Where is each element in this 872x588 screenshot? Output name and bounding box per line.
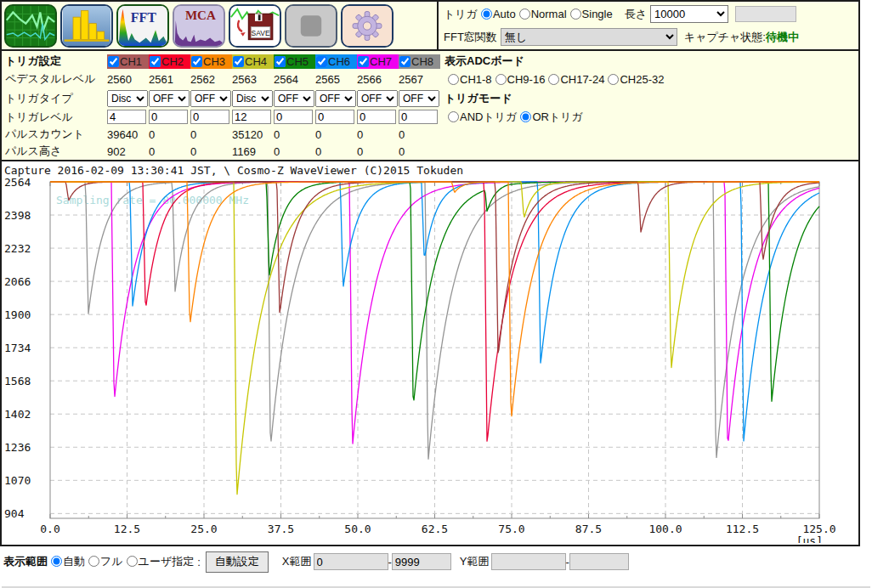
waveform-chart[interactable]: Capture 2016-02-09 13:30:41 JST, \ Cosmo… [0, 161, 860, 546]
trigger-mode-label-Single: Single [582, 8, 613, 20]
trigger-level-input-CH4[interactable] [232, 110, 271, 124]
pulse-height-value-CH5: 0 [274, 145, 315, 158]
y-range-max-input[interactable] [569, 553, 629, 570]
save-button[interactable]: SAVE [229, 4, 281, 48]
adc-board-radio-CH9-16[interactable] [495, 74, 507, 85]
channel-checkbox-CH7[interactable] [358, 56, 369, 67]
mca-icon: MCA [174, 6, 224, 46]
channel-checkbox-CH3[interactable] [191, 56, 202, 67]
adc-board-label-CH1-8: CH1-8 [460, 73, 492, 86]
channel-cell-CH1: CH1 [107, 54, 149, 69]
adc-board-label-CH25-32: CH25-32 [620, 73, 664, 86]
channel-cell-CH5: CH5 [274, 54, 315, 69]
display-range-radio-ユーザ指定[interactable] [127, 556, 138, 567]
and-or-trigger-radio-ANDトリガ[interactable] [448, 111, 459, 122]
x-range-min-input[interactable] [314, 553, 388, 570]
y-range-min-input[interactable] [491, 553, 566, 570]
svg-text:100.0: 100.0 [648, 523, 682, 535]
trigger-setting-label: トリガ設定 [5, 54, 107, 69]
histogram-icon [62, 6, 111, 46]
trigger-level-input-CH3[interactable] [190, 110, 229, 124]
channel-cell-CH6: CH6 [315, 54, 357, 69]
trigger-type-select-CH3[interactable]: OFF [190, 90, 231, 107]
pulse-height-value-CH1: 902 [107, 145, 149, 158]
auto-set-button[interactable]: 自動設定 [206, 551, 269, 573]
trigger-mode-radio-Auto[interactable] [481, 8, 492, 20]
pulse-height-label: パルス高さ [5, 144, 107, 159]
svg-text:[us]: [us] [796, 534, 823, 543]
settings-button[interactable] [341, 4, 394, 48]
pulse-height-value-CH6: 0 [315, 145, 357, 158]
trigger-type-select-CH8[interactable]: OFF [399, 90, 439, 107]
fft-view-button[interactable]: FFT [116, 4, 169, 48]
svg-text:2398: 2398 [4, 209, 31, 222]
pedestal-value-CH6: 2565 [315, 73, 357, 86]
channel-label-CH7: CH7 [370, 55, 392, 68]
adc-board-radio-CH25-32[interactable] [608, 74, 619, 85]
svg-text:2066: 2066 [4, 275, 31, 288]
svg-text:50.0: 50.0 [344, 523, 371, 535]
trigger-level-input-CH7[interactable] [357, 110, 396, 124]
oscilloscope-icon [6, 6, 55, 46]
and-or-trigger-label-ORトリガ: ORトリガ [532, 110, 582, 125]
toolbar: FFT MCA [2, 2, 858, 51]
channel-checkbox-CH6[interactable] [316, 56, 327, 67]
adc-board-radio-CH1-8[interactable] [448, 74, 459, 85]
adc-board-label-CH17-24: CH17-24 [560, 73, 604, 86]
y-range-label: Y範囲 [460, 554, 490, 569]
trigger-type-select-CH4[interactable]: Disc [232, 90, 273, 107]
svg-text:87.5: 87.5 [575, 523, 602, 535]
trigger-mode-radio-Single[interactable] [570, 8, 581, 20]
svg-text:1900: 1900 [4, 308, 31, 321]
pedestal-value-CH3: 2562 [190, 73, 232, 86]
channel-label-CH6: CH6 [328, 55, 350, 68]
and-or-trigger-radio-ORトリガ[interactable] [520, 111, 531, 122]
channel-checkbox-CH4[interactable] [233, 56, 244, 67]
channel-checkbox-CH5[interactable] [275, 56, 286, 67]
display-range-radio-自動[interactable] [51, 556, 62, 567]
svg-text:1734: 1734 [4, 342, 31, 354]
trigger-mode-label-Normal: Normal [531, 8, 567, 20]
trigger-level-input-CH8[interactable] [399, 110, 438, 124]
channel-label-CH5: CH5 [286, 55, 309, 68]
channel-cell-CH4: CH4 [232, 54, 274, 69]
channel-checkbox-CH8[interactable] [399, 56, 411, 67]
length-select[interactable]: 10000 [650, 5, 728, 23]
channel-label-CH8: CH8 [411, 55, 433, 68]
trigger-settings: トリガ設定 CH1CH2CH3CH4CH5CH6CH7CH8 ペデスタルレベル … [2, 51, 858, 160]
histogram-view-button[interactable] [60, 4, 113, 48]
control-panel: FFT MCA [0, 0, 860, 161]
x-range-max-input[interactable] [392, 553, 451, 570]
svg-text:1070: 1070 [4, 474, 31, 487]
trigger-type-select-CH7[interactable]: OFF [357, 90, 398, 107]
waveform-view-button[interactable] [4, 4, 57, 48]
display-range-radio-フル[interactable] [88, 556, 99, 567]
trigger-type-select-CH6[interactable]: OFF [315, 90, 356, 107]
adc-trigger-mode-block: 表示ADCボード CH1-8CH9-16CH17-24CH25-32 トリガモー… [444, 53, 859, 126]
trigger-level-input-CH2[interactable] [149, 110, 188, 124]
pedestal-value-CH4: 2563 [232, 73, 274, 86]
trigger-mode-radio-Normal[interactable] [519, 8, 530, 20]
length-disabled-input [735, 6, 796, 22]
channel-label-CH3: CH3 [203, 55, 225, 68]
svg-text:904: 904 [4, 507, 25, 520]
gear-icon [343, 6, 392, 46]
trigger-level-input-CH1[interactable] [107, 110, 146, 124]
mca-view-button[interactable]: MCA [173, 4, 225, 48]
trigger-level-input-CH5[interactable] [274, 110, 313, 124]
adc-board-radio-CH17-24[interactable] [548, 74, 559, 85]
channel-label-CH2: CH2 [161, 55, 184, 68]
pulse-count-value-CH3: 0 [190, 128, 232, 141]
trigger-type-select-CH1[interactable]: Disc [107, 90, 148, 107]
channel-cell-CH8: CH8 [399, 54, 440, 69]
pedestal-value-CH8: 2567 [399, 73, 440, 86]
channel-label-CH1: CH1 [120, 55, 142, 68]
range-separator: : [197, 556, 201, 568]
channel-checkbox-CH2[interactable] [150, 56, 161, 67]
channel-checkbox-CH1[interactable] [108, 56, 119, 67]
trigger-type-select-CH5[interactable]: OFF [274, 90, 314, 107]
trigger-type-select-CH2[interactable]: OFF [149, 90, 190, 107]
fft-window-select[interactable]: 無し [501, 28, 677, 46]
stop-button[interactable] [285, 4, 337, 48]
trigger-level-input-CH6[interactable] [315, 110, 354, 124]
